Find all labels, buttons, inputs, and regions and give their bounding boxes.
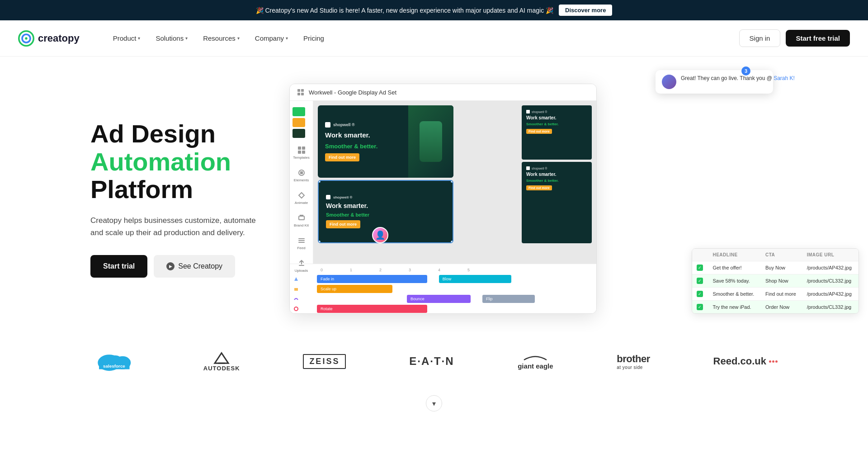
table-row: ✓ Get the offer! Buy Now /products/AP432… — [692, 261, 859, 274]
ad-cta-btn[interactable]: Find out more — [325, 153, 359, 161]
color-swatch-dark[interactable] — [292, 129, 305, 138]
track-bar-fade[interactable]: Fade in — [317, 275, 427, 283]
track-icon-bounce — [293, 296, 299, 302]
nav-solutions[interactable]: Solutions ▾ — [149, 31, 194, 46]
brand-name-sm: shopwell ® — [333, 195, 352, 199]
templates-icon — [297, 146, 306, 154]
track-bar-blow[interactable]: Blow — [439, 275, 512, 283]
row-cta: Shop Now — [761, 274, 802, 288]
brand-icon — [297, 214, 306, 222]
corner-handle-tl[interactable] — [318, 180, 321, 183]
reed-text: Reed.co.uk — [713, 355, 766, 367]
editor-mockup: Workwell - Google Display Ad Set Templat… — [289, 84, 597, 314]
nav-pricing[interactable]: Pricing — [297, 31, 330, 46]
ad-brand-sm: shopwell ® — [326, 195, 445, 199]
sidebar-item-feed[interactable]: Feed — [290, 233, 313, 254]
hero-buttons: Start trial ▶ See Creatopy — [90, 255, 262, 278]
sm2-cta[interactable]: Find out more — [526, 185, 552, 190]
data-table: HEADLINE CTA IMAGE URL ✓ Get the offer! … — [692, 249, 859, 313]
row-check[interactable]: ✓ — [692, 301, 708, 314]
track-bar-area-2: Scale up — [302, 285, 593, 293]
elements-icon — [297, 169, 306, 177]
hero-section: Ad Design Automation Platform Creatopy h… — [0, 57, 868, 332]
chevron-down-icon: ▾ — [185, 36, 188, 41]
row-check[interactable]: ✓ — [692, 261, 708, 274]
sm1-cta[interactable]: Find out more — [526, 129, 552, 134]
logo[interactable]: creatopy — [18, 30, 80, 47]
svg-rect-4 — [301, 89, 304, 92]
logo-icon — [18, 30, 34, 47]
col-headline: HEADLINE — [708, 249, 761, 261]
templates-label: Templates — [293, 156, 309, 160]
row-check[interactable]: ✓ — [692, 274, 708, 288]
sidebar-item-uploads[interactable]: Uploads — [290, 255, 313, 276]
row-image: /products/AP432.jpg — [802, 261, 859, 274]
color-swatch-green[interactable] — [292, 107, 305, 116]
track-bar-flip[interactable]: Flip — [482, 295, 535, 303]
corner-handle-bl[interactable] — [318, 241, 321, 243]
play-icon: ▶ — [166, 262, 175, 270]
brand-mark-sm — [326, 195, 330, 199]
corner-handle-tr[interactable] — [451, 180, 453, 183]
signin-button[interactable]: Sign in — [739, 29, 781, 47]
svg-rect-6 — [301, 93, 304, 95]
sidebar-item-elements[interactable]: Elements — [290, 165, 313, 186]
nav-links: Product ▾ Solutions ▾ Resources ▾ Compan… — [107, 31, 739, 46]
track-bar-rotate[interactable]: Rotate — [317, 305, 427, 313]
logo-zeiss: ZEISS — [303, 350, 346, 373]
corner-handle-br[interactable] — [451, 241, 453, 243]
ad-banner-sm2: shopwell ® Work smarter. Smoother & bett… — [522, 162, 592, 243]
feed-icon — [297, 236, 306, 245]
see-creatopy-button[interactable]: ▶ See Creatopy — [154, 255, 235, 278]
ad-subline-selected: Smoother & better — [326, 212, 445, 217]
track-bar-area-4: Rotate — [302, 305, 593, 313]
nav-company[interactable]: Company ▾ — [249, 31, 294, 46]
uploads-icon — [297, 259, 306, 267]
nav-resources[interactable]: Resources ▾ — [197, 31, 246, 46]
brother-tagline: at your side — [617, 365, 643, 370]
editor-header: Workwell - Google Display Ad Set — [290, 84, 596, 101]
logos-section: salesforce AUTODESK ZEISS E·A·T·N giant … — [0, 332, 868, 391]
logo-eaton: E·A·T·N — [409, 350, 454, 373]
sidebar-item-brand[interactable]: Brand Kit — [290, 210, 313, 231]
svg-rect-17 — [294, 288, 298, 291]
sidebar-item-templates[interactable]: Templates — [290, 142, 313, 163]
notification-bubble: Great! They can go live. Thank you @ Sar… — [656, 70, 773, 94]
table-row: ✓ Try the new iPad. Order Now /products/… — [692, 301, 859, 314]
scroll-down-button[interactable]: ▾ — [426, 395, 442, 411]
hero-title: Ad Design Automation Platform — [90, 120, 262, 203]
track-bar-bounce[interactable]: Bounce — [407, 295, 471, 303]
track-bar-scale[interactable]: Scale up — [317, 285, 392, 293]
svg-rect-8 — [302, 147, 305, 150]
sidebar-item-animate[interactable]: Animate — [290, 188, 313, 208]
sm1-name: shopwell ® — [532, 110, 547, 113]
color-swatch-orange[interactable] — [292, 118, 305, 127]
row-check[interactable]: ✓ — [692, 288, 708, 301]
start-trial-button[interactable]: Start trial — [90, 255, 147, 278]
col-cta: CTA — [761, 249, 802, 261]
table-row: ✓ Save 58% today. Shop Now /products/CL3… — [692, 274, 859, 288]
autodesk-logo: AUTODESK — [203, 351, 240, 372]
chevron-down-icon: ▾ — [237, 36, 240, 41]
col-check — [692, 249, 708, 261]
check-icon: ✓ — [697, 304, 703, 310]
eagle-swoosh — [517, 353, 553, 362]
track-label-flip: Flip — [486, 297, 493, 301]
track-bounce: Bounce Flip — [293, 295, 593, 303]
autodesk-text: AUTODESK — [203, 365, 240, 372]
ruler-2: 2 — [379, 268, 382, 272]
sm1-headline: Work smarter. — [526, 115, 587, 120]
row-image: /products/AP432.jpg — [802, 288, 859, 301]
reed-dots — [769, 360, 778, 363]
elements-label: Elements — [294, 178, 309, 182]
sm2-headline: Work smarter. — [526, 172, 587, 177]
svg-rect-3 — [297, 89, 300, 92]
ad-headline-selected: Work smarter. — [326, 202, 445, 209]
nav-product[interactable]: Product ▾ — [107, 31, 147, 46]
start-free-trial-button[interactable]: Start free trial — [786, 30, 850, 47]
ad-cta-selected[interactable]: Find out more — [326, 220, 360, 228]
chevron-down-icon: ▾ — [286, 36, 288, 41]
track-scale: Scale up — [293, 285, 593, 293]
editor-title: Workwell - Google Display Ad Set — [309, 89, 396, 96]
banner-cta[interactable]: Discover more — [559, 5, 612, 16]
